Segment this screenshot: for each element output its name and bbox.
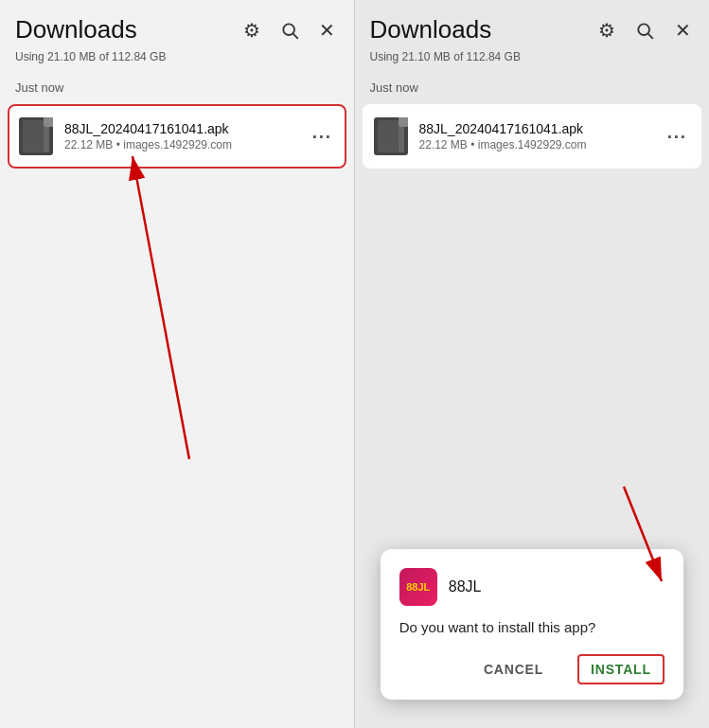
svg-line-1 — [293, 34, 297, 38]
left-file-item[interactable]: 88JL_20240417161041.apk 22.12 MB • image… — [8, 104, 346, 169]
left-file-info: 88JL_20240417161041.apk 22.12 MB • image… — [64, 121, 293, 151]
left-file-icon — [19, 117, 53, 155]
dialog-buttons: CANCEL INSTALL — [399, 654, 665, 684]
svg-marker-3 — [44, 120, 49, 126]
left-title: Downloads — [15, 15, 137, 44]
left-file-name: 88JL_20240417161041.apk — [64, 121, 293, 136]
dialog-header: 88JL 88JL — [399, 568, 665, 606]
left-settings-icon[interactable]: ⚙ — [240, 19, 263, 42]
left-search-icon[interactable] — [278, 19, 301, 42]
left-panel: Downloads ⚙ ✕ Using 21.10 MB of 112.84 G… — [0, 0, 354, 728]
right-panel: Downloads ⚙ ✕ Using 21.10 MB of 112.84 G… — [355, 0, 710, 728]
svg-rect-4 — [44, 126, 49, 152]
install-dialog: 88JL 88JL Do you want to install this ap… — [381, 549, 683, 700]
dialog-question: Do you want to install this app? — [399, 619, 665, 635]
left-file-meta: 22.12 MB • images.1492929.com — [64, 138, 293, 151]
left-arrow — [114, 147, 303, 469]
app-icon: 88JL — [399, 568, 437, 606]
install-button[interactable]: INSTALL — [577, 654, 665, 684]
left-more-icon[interactable]: ⋮ — [305, 123, 335, 151]
left-section-label: Just now — [0, 73, 354, 100]
app-name: 88JL — [449, 578, 482, 595]
left-storage-info: Using 21.10 MB of 112.84 GB — [0, 48, 354, 73]
dialog-overlay: 88JL 88JL Do you want to install this ap… — [355, 0, 710, 728]
svg-point-0 — [283, 24, 294, 35]
svg-line-6 — [133, 156, 189, 459]
cancel-button[interactable]: CANCEL — [472, 654, 555, 684]
left-header-icons: ⚙ ✕ — [240, 19, 339, 42]
left-close-icon[interactable]: ✕ — [316, 19, 339, 42]
left-header: Downloads ⚙ ✕ — [0, 0, 354, 48]
svg-rect-2 — [23, 120, 44, 152]
